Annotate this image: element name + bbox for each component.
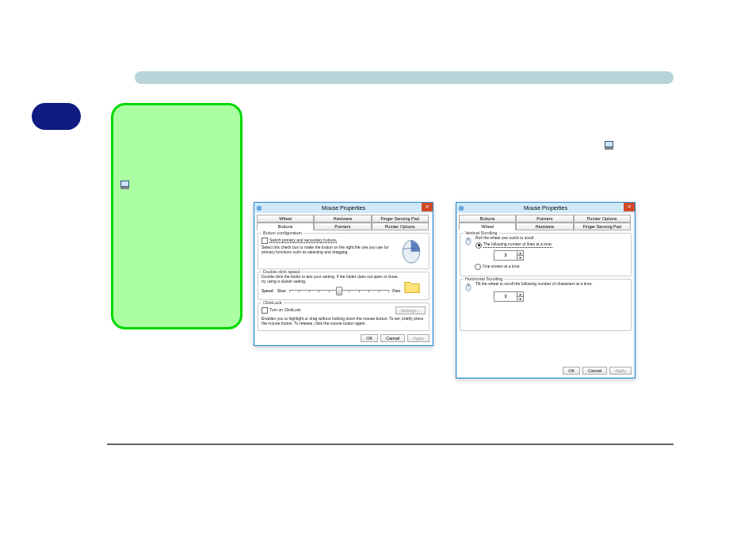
spin-down[interactable]: ▼ — [517, 297, 523, 301]
highlight-box — [111, 103, 242, 329]
divider — [107, 444, 674, 445]
wheel-icon — [464, 282, 473, 291]
svg-rect-5 — [605, 147, 613, 150]
close-button[interactable]: × — [624, 203, 635, 211]
vscroll-line: Roll the wheel one notch to scroll: — [464, 236, 628, 241]
group-title: Horizontal Scrolling — [464, 276, 504, 281]
properties-icon — [120, 181, 129, 189]
group-button-config: Button configuration Switch primary and … — [258, 233, 430, 269]
tab-pointers[interactable]: Pointers — [516, 215, 573, 223]
group-doubleclick: Double-click speed Double-click the fold… — [258, 272, 430, 300]
ok-button[interactable]: OK — [361, 334, 378, 342]
group-title: Button configuration — [262, 230, 304, 235]
lines-spinner[interactable]: ▲ ▼ — [494, 250, 524, 261]
clicklock-desc: Enables you to highlight or drag without… — [262, 317, 426, 326]
tab-pointer-options[interactable]: Pointer Options — [574, 215, 631, 223]
speed-slider[interactable] — [289, 290, 390, 295]
screen-radio[interactable] — [475, 264, 481, 270]
svg-rect-1 — [121, 181, 128, 186]
group-title: Double-click speed — [262, 269, 301, 274]
properties-icon — [605, 141, 613, 150]
slow-label: Slow — [277, 288, 286, 293]
decorative-bar — [135, 71, 674, 84]
dialog-title: Mouse Properties — [322, 205, 365, 211]
lines-input[interactable] — [494, 251, 517, 260]
tab-pointer-options[interactable]: Pointer Options — [372, 223, 429, 230]
group-title: Vertical Scrolling — [464, 230, 499, 235]
cancel-button[interactable]: Cancel — [582, 367, 607, 375]
chars-spinner[interactable]: ▲ ▼ — [494, 291, 524, 302]
dialog-icon — [458, 205, 464, 211]
svg-point-6 — [257, 205, 262, 210]
tab-hardware[interactable]: Hardware — [516, 223, 573, 230]
clicklock-label: Turn on ClickLock — [269, 308, 301, 313]
svg-point-8 — [459, 205, 464, 210]
tab-wheel[interactable]: Wheel — [459, 223, 516, 230]
group-clicklock: ClickLock Turn on ClickLock Settings... … — [258, 303, 430, 331]
lines-radio[interactable] — [475, 242, 482, 249]
switch-buttons-checkbox[interactable] — [262, 238, 268, 244]
svg-rect-4 — [605, 142, 613, 147]
apply-button: Apply — [609, 367, 632, 375]
fast-label: Fast — [392, 288, 400, 293]
apply-button: Apply — [407, 334, 430, 342]
chars-input[interactable] — [494, 292, 517, 301]
tab-fsp[interactable]: Finger Sensing Pad — [372, 215, 429, 223]
svg-rect-10 — [468, 238, 469, 241]
group-horizontal-scroll: Horizontal Scrolling Tilt the wheel to s… — [460, 279, 632, 331]
tab-pointers[interactable]: Pointers — [314, 223, 371, 230]
clicklock-checkbox[interactable] — [262, 307, 268, 314]
screen-radio-label: One screen at a time — [483, 265, 519, 269]
ok-button[interactable]: OK — [563, 367, 580, 375]
slider-thumb[interactable] — [336, 287, 342, 295]
svg-rect-2 — [120, 187, 129, 189]
lines-radio-label: The following number of lines at a time: — [483, 242, 552, 248]
title-bar: Mouse Properties × — [254, 203, 433, 213]
close-button[interactable]: × — [422, 203, 433, 211]
group-title: ClickLock — [262, 300, 284, 305]
dialog-icon — [256, 205, 262, 211]
spin-down[interactable]: ▼ — [517, 256, 523, 260]
hscroll-line: Tilt the wheel to scroll the following n… — [464, 282, 628, 287]
tab-wheel[interactable]: Wheel — [257, 215, 314, 223]
folder-icon — [403, 278, 421, 295]
doubleclick-desc: Double-click the folder to test your set… — [262, 275, 426, 284]
svg-rect-12 — [468, 284, 469, 287]
switch-buttons-label: Switch primary and secondary buttons — [269, 238, 337, 244]
dialog-title: Mouse Properties — [524, 205, 567, 211]
tab-buttons[interactable]: Buttons — [257, 223, 314, 230]
tab-fsp[interactable]: Finger Sensing Pad — [574, 223, 631, 230]
cancel-button[interactable]: Cancel — [380, 334, 405, 342]
mouse-properties-dialog-wheel: Mouse Properties × Buttons Pointers Poin… — [456, 202, 636, 379]
clicklock-settings-button: Settings... — [395, 306, 426, 314]
tab-buttons[interactable]: Buttons — [459, 215, 516, 223]
speed-label: Speed: — [262, 288, 274, 293]
wheel-icon — [464, 236, 473, 246]
title-bar: Mouse Properties × — [456, 203, 635, 213]
tab-hardware[interactable]: Hardware — [314, 215, 371, 223]
group-vertical-scroll: Vertical Scrolling Roll the wheel one no… — [460, 233, 632, 276]
tab-strip: Wheel Hardware Finger Sensing Pad Button… — [257, 215, 430, 230]
side-pill — [32, 103, 81, 130]
mouse-icon — [397, 236, 426, 265]
tab-strip: Buttons Pointers Pointer Options Wheel H… — [459, 215, 632, 230]
mouse-properties-dialog-buttons: Mouse Properties × Wheel Hardware Finger… — [254, 202, 433, 346]
